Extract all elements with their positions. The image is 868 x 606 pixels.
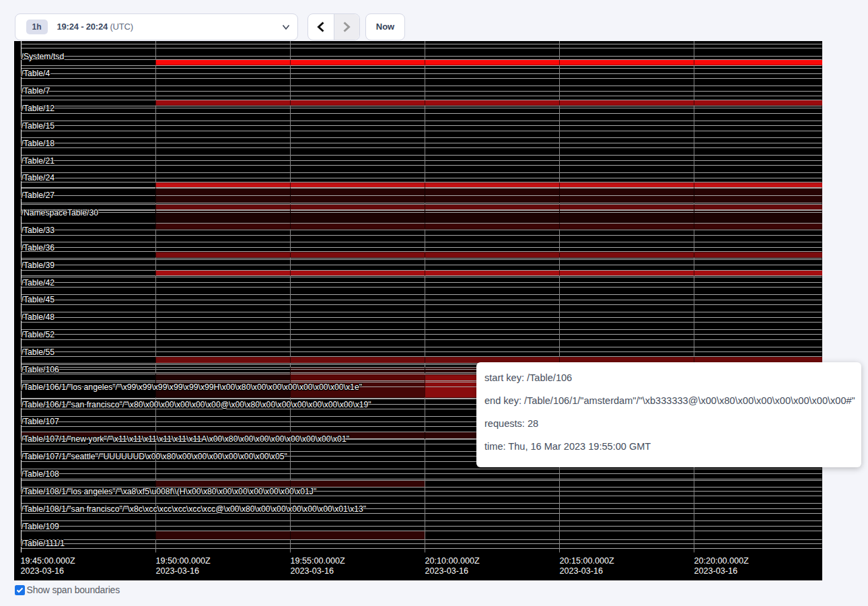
svg-text:20:20:00.000Z: 20:20:00.000Z [694,556,750,565]
svg-text:/Table/106/1/"los angeles"/"\x: /Table/106/1/"los angeles"/"\x99\x99\x99… [22,382,362,391]
svg-text:2023-03-16: 2023-03-16 [156,566,199,575]
svg-text:/Table/24: /Table/24 [22,173,55,182]
svg-text:/Table/36: /Table/36 [22,242,55,252]
svg-text:/System/tsd: /System/tsd [22,51,65,61]
svg-text:/Table/7: /Table/7 [22,86,50,96]
svg-text:/Table/12: /Table/12 [22,104,55,113]
svg-text:/Table/55: /Table/55 [22,347,55,356]
svg-text:/Table/4: /Table/4 [22,69,50,78]
svg-text:2023-03-16: 2023-03-16 [21,566,64,575]
svg-text:/Table/107: /Table/107 [22,417,59,426]
svg-text:2023-03-16: 2023-03-16 [560,566,603,575]
svg-text:2023-03-16: 2023-03-16 [694,566,737,575]
svg-text:/Table/108/1/"san francisco"/": /Table/108/1/"san francisco"/"\x8c\xcc\x… [22,504,367,513]
svg-text:/Table/39: /Table/39 [22,260,55,269]
svg-text:/Table/108: /Table/108 [22,469,59,478]
svg-text:/Table/107/1/"new york"/"\x11\: /Table/107/1/"new york"/"\x11\x11\x11\x1… [22,434,350,444]
svg-text:19:55:00.000Z: 19:55:00.000Z [291,556,346,565]
svg-text:/Table/106: /Table/106 [22,364,59,374]
svg-text:19:50:00.000Z: 19:50:00.000Z [156,556,211,565]
svg-text:/Table/111/1: /Table/111/1 [22,539,65,548]
svg-text:/Table/52: /Table/52 [22,330,55,339]
svg-text:19:45:00.000Z: 19:45:00.000Z [21,556,76,565]
svg-text:/Table/106/1/"san francisco"/": /Table/106/1/"san francisco"/"\x80\x00\x… [22,399,371,409]
svg-text:20:10:00.000Z: 20:10:00.000Z [425,556,480,565]
svg-text:2023-03-16: 2023-03-16 [291,566,334,575]
svg-text:2023-03-16: 2023-03-16 [425,566,468,575]
svg-text:/Table/42: /Table/42 [22,277,55,287]
svg-text:/Table/27: /Table/27 [22,191,55,200]
svg-text:/Table/45: /Table/45 [22,295,55,304]
svg-text:/Table/33: /Table/33 [22,226,55,235]
svg-text:/NamespaceTable/30: /NamespaceTable/30 [22,208,99,217]
svg-text:/Table/48: /Table/48 [22,312,55,322]
svg-text:/Table/109: /Table/109 [22,521,59,531]
svg-text:/Table/107/1/"seattle"/"UUUUUU: /Table/107/1/"seattle"/"UUUUUUD\x00\x80\… [22,452,287,461]
svg-text:/Table/21: /Table/21 [22,156,55,165]
svg-text:20:15:00.000Z: 20:15:00.000Z [560,556,615,565]
svg-text:/Table/15: /Table/15 [22,121,55,130]
svg-text:/Table/18: /Table/18 [22,138,55,147]
svg-text:/Table/108/1/"los angeles"/"\x: /Table/108/1/"los angeles"/"\xa8\xf5\u00… [22,486,317,496]
